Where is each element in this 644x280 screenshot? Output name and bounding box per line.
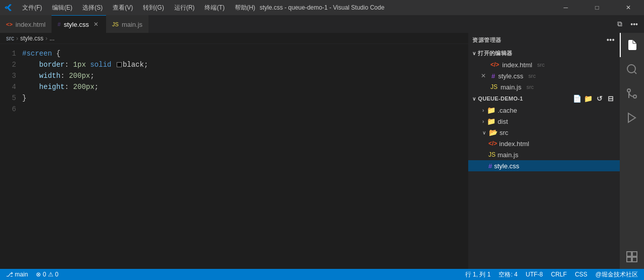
source-control-icon — [626, 87, 638, 100]
open-editor-index-html-suffix: src — [537, 62, 545, 68]
code-line-4: height : 200px ; — [22, 81, 438, 92]
src-main-js-label: main.js — [498, 151, 518, 159]
open-editor-main-js-suffix: src — [526, 84, 534, 90]
status-spaces[interactable]: 空格: 4 — [497, 270, 519, 279]
more-actions-button[interactable]: ••• — [628, 19, 640, 29]
project-chevron-icon: ∨ — [472, 96, 476, 102]
status-eol[interactable]: CRLF — [549, 271, 569, 278]
html-file-icon: </> — [490, 61, 499, 68]
property-border: border — [39, 59, 65, 70]
title-bar: 文件(F) 编辑(E) 选择(S) 查看(V) 转到(G) 运行(R) 终端(T… — [0, 0, 644, 15]
menu-view[interactable]: 查看(V) — [109, 3, 137, 13]
tree-item-src-index-html[interactable]: </> index.html — [468, 138, 620, 149]
line-num-2: 2 — [0, 59, 16, 70]
code-line-2: border : 1px solid black ; — [22, 59, 438, 70]
color-preview-black — [117, 62, 122, 67]
code-content[interactable]: #screen { border : 1px solid black ; — [20, 44, 438, 269]
status-cursor[interactable]: 行 1, 列 1 — [463, 270, 493, 279]
tree-item-src[interactable]: ∨ 📂 src — [468, 127, 620, 138]
tree-item-src-main-js[interactable]: JS main.js — [468, 149, 620, 160]
refresh-button[interactable]: ↺ — [595, 94, 605, 104]
sidebar: 资源管理器 ••• ∨ 打开的编辑器 </> index.html src ✕ … — [468, 33, 620, 269]
tab-index-html[interactable]: <> index.html — [0, 15, 52, 33]
new-file-button[interactable]: 📄 — [572, 94, 582, 104]
menu-goto[interactable]: 转到(G) — [139, 3, 168, 13]
sidebar-more-button[interactable]: ••• — [606, 35, 616, 45]
dist-chevron-icon: › — [482, 119, 484, 124]
tree-item-src-style-css[interactable]: # style.css — [468, 160, 620, 171]
line-num-4: 4 — [0, 81, 16, 92]
new-folder-button[interactable]: 📁 — [583, 94, 593, 104]
svg-line-1 — [634, 72, 636, 74]
src-style-css-label: style.css — [494, 162, 519, 170]
src-index-html-icon: </> — [488, 140, 497, 147]
breadcrumb-file[interactable]: style.css — [20, 35, 43, 42]
minimize-button[interactable]: ─ — [554, 0, 577, 15]
line-num-3: 3 — [0, 70, 16, 81]
project-label: QUEUE-DEMO-1 — [478, 96, 523, 102]
tab-label-style-css: style.css — [64, 21, 89, 28]
open-editor-main-js-label: main.js — [501, 83, 521, 91]
line-num-5: 5 — [0, 92, 16, 104]
src-style-css-icon: # — [488, 162, 492, 170]
project-header-left: ∨ QUEUE-DEMO-1 — [472, 96, 523, 102]
tab-main-js[interactable]: JS main.js — [106, 15, 148, 33]
open-editor-style-css[interactable]: ✕ # style.css src — [468, 70, 620, 81]
vscode-logo-icon — [4, 4, 12, 12]
open-editor-index-html[interactable]: </> index.html src — [468, 59, 620, 70]
sidebar-header: 资源管理器 ••• — [468, 33, 620, 47]
status-language[interactable]: CSS — [573, 271, 589, 278]
code-line-3: width : 200px ; — [22, 70, 438, 81]
activity-extensions[interactable] — [620, 245, 644, 269]
status-bar-left: ⎇ main ⊗ 0 ⚠ 0 — [4, 271, 61, 278]
main-area: src › style.css › ... 1 2 3 4 5 6 #scree… — [0, 33, 644, 269]
debug-icon — [626, 112, 638, 124]
src-label: src — [500, 129, 508, 136]
status-errors[interactable]: ⊗ 0 ⚠ 0 — [34, 271, 60, 278]
activity-source-control[interactable] — [620, 81, 644, 106]
open-editor-index-html-label: index.html — [502, 61, 532, 69]
status-encoding[interactable]: UTF-8 — [524, 271, 545, 278]
menu-help[interactable]: 帮助(H) — [231, 3, 260, 13]
activity-search[interactable] — [620, 57, 644, 81]
js-icon: JS — [112, 21, 119, 27]
property-height: height — [39, 81, 65, 92]
menu-run[interactable]: 运行(R) — [170, 3, 199, 13]
breadcrumb-src[interactable]: src — [6, 35, 14, 42]
split-editor-button[interactable]: ⧉ — [615, 19, 624, 29]
breadcrumb-sep1: › — [16, 35, 18, 42]
collapse-all-button[interactable]: ⊟ — [606, 94, 616, 104]
activity-bar — [620, 33, 644, 269]
open-editor-style-css-close[interactable]: ✕ — [479, 72, 487, 80]
close-button[interactable]: ✕ — [617, 0, 640, 15]
svg-point-0 — [627, 65, 635, 73]
explorer-icon — [626, 39, 638, 51]
menu-select[interactable]: 选择(S) — [78, 3, 107, 13]
menu-terminal[interactable]: 终端(T) — [201, 3, 228, 13]
selector-token: #screen — [22, 48, 52, 59]
project-section-header[interactable]: ∨ QUEUE-DEMO-1 📄 📁 ↺ ⊟ — [468, 92, 620, 105]
svg-marker-4 — [628, 113, 635, 122]
tree-item-cache[interactable]: › 📁 .cache — [468, 105, 620, 116]
minimap — [438, 44, 468, 269]
svg-point-2 — [633, 95, 636, 98]
sidebar-header-actions: ••• — [606, 35, 616, 45]
breadcrumb: src › style.css › ... — [0, 33, 468, 44]
menu-edit[interactable]: 编辑(E) — [48, 3, 76, 13]
tab-close-button[interactable]: ✕ — [92, 20, 100, 28]
status-branch[interactable]: ⎇ main — [4, 271, 30, 278]
editor-area: src › style.css › ... 1 2 3 4 5 6 #scree… — [0, 33, 468, 269]
breadcrumb-symbol[interactable]: ... — [49, 35, 55, 42]
open-editors-section-header[interactable]: ∨ 打开的编辑器 — [468, 47, 620, 59]
activity-explorer[interactable] — [620, 33, 644, 57]
svg-rect-8 — [632, 257, 637, 262]
menu-file[interactable]: 文件(F) — [18, 3, 46, 13]
maximize-button[interactable]: □ — [585, 0, 609, 15]
window-controls: ─ □ ✕ — [554, 0, 640, 15]
tree-item-dist[interactable]: › 📁 dist — [468, 116, 620, 127]
activity-debug[interactable] — [620, 106, 644, 130]
tab-bar: <> index.html # style.css ✕ JS main.js ⧉… — [0, 15, 644, 33]
js-file-icon: JS — [490, 83, 498, 90]
tab-style-css[interactable]: # style.css ✕ — [52, 15, 106, 33]
open-editor-main-js[interactable]: JS main.js src — [468, 81, 620, 92]
